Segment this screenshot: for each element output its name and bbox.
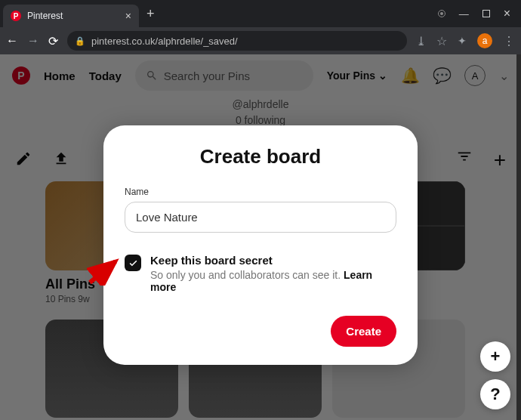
modal-title: Create board	[125, 145, 396, 168]
lock-icon: 🔒	[75, 36, 85, 46]
secret-option[interactable]: Keep this board secret So only you and c…	[125, 254, 396, 293]
chrome-menu-icon[interactable]: ⋮	[503, 34, 515, 48]
minimize-button[interactable]: —	[459, 8, 469, 20]
close-window-button[interactable]: ×	[504, 7, 510, 20]
board-name-input[interactable]	[125, 202, 396, 233]
secret-title: Keep this board secret	[150, 254, 273, 267]
create-button[interactable]: Create	[331, 316, 396, 347]
install-app-icon[interactable]: ⤓	[416, 34, 426, 48]
url-text: pinterest.co.uk/alphrdelle/_saved/	[91, 36, 238, 47]
secret-subtitle: So only you and collaborators can see it…	[150, 269, 396, 293]
url-input[interactable]: 🔒 pinterest.co.uk/alphrdelle/_saved/	[67, 31, 407, 51]
checkmark-icon	[128, 258, 138, 268]
pinterest-favicon: P	[11, 11, 21, 21]
annotation-arrow	[87, 255, 123, 289]
tab-title: Pinterest	[27, 11, 119, 21]
new-tab-button[interactable]: +	[146, 6, 155, 22]
scrollbar[interactable]	[516, 54, 521, 420]
create-board-modal: Create board Name Keep this board secret…	[103, 125, 418, 365]
maximize-button[interactable]	[482, 10, 490, 17]
reload-button[interactable]: ⟳	[48, 34, 58, 48]
forward-button: →	[27, 34, 39, 48]
chrome-address-bar: ← → ⟳ 🔒 pinterest.co.uk/alphrdelle/_save…	[0, 27, 521, 54]
account-indicator-icon[interactable]	[438, 10, 445, 17]
fab-add[interactable]: +	[480, 341, 510, 372]
close-tab-icon[interactable]: ×	[125, 10, 131, 22]
chrome-titlebar: P Pinterest × + — ×	[0, 0, 521, 27]
browser-tab[interactable]: P Pinterest ×	[3, 5, 139, 27]
window-controls: — ×	[438, 7, 518, 20]
extensions-icon[interactable]: ✦	[458, 35, 467, 47]
bookmark-icon[interactable]: ☆	[436, 34, 447, 48]
profile-avatar[interactable]: a	[477, 33, 492, 48]
name-label: Name	[125, 187, 396, 197]
fab-help[interactable]: ?	[480, 379, 510, 409]
secret-checkbox[interactable]	[125, 255, 141, 271]
back-button[interactable]: ←	[6, 34, 18, 48]
